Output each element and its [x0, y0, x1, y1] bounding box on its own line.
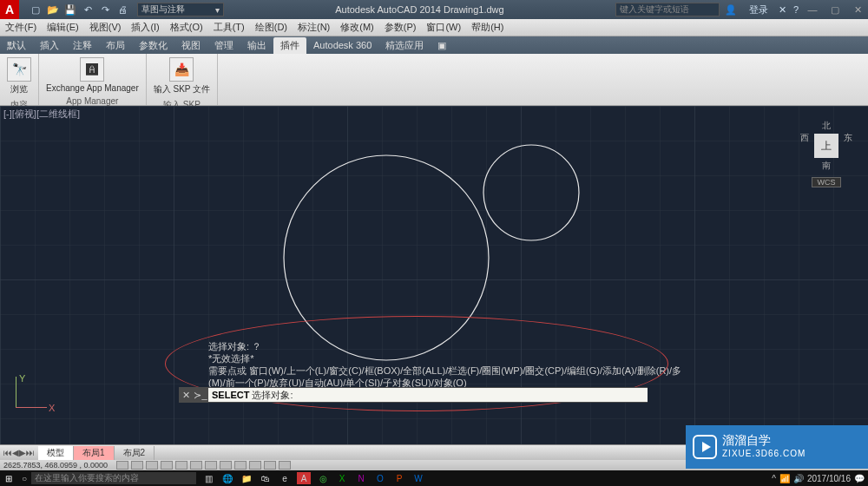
menu-modify[interactable]: 修改(M) — [335, 21, 379, 34]
login-link[interactable]: 登录 — [749, 3, 768, 16]
tab-view[interactable]: 视图 — [174, 37, 207, 54]
app-icon[interactable]: A — [0, 0, 19, 19]
tab-featured[interactable]: 精选应用 — [378, 37, 431, 54]
tab-a360[interactable]: Autodesk 360 — [306, 38, 378, 52]
app-icon: 🅰 — [80, 57, 104, 82]
grid-toggle[interactable] — [131, 461, 143, 470]
tab-default[interactable]: 默认 — [0, 37, 33, 54]
cortana-icon[interactable]: ○ — [17, 474, 31, 483]
osnap-toggle[interactable] — [175, 461, 187, 470]
onenote-icon[interactable]: N — [354, 472, 368, 484]
minimize-button[interactable]: — — [802, 2, 823, 17]
tab-model[interactable]: 模型 — [38, 446, 74, 460]
help-search-input[interactable]: 键入关键字或短语 — [615, 3, 720, 16]
tab-layout1[interactable]: 布局1 — [74, 446, 115, 460]
undo-icon[interactable]: ↶ — [80, 3, 95, 16]
save-icon[interactable]: 💾 — [62, 3, 78, 16]
menu-draw[interactable]: 绘图(D) — [250, 21, 293, 34]
menu-tools[interactable]: 工具(T) — [208, 21, 250, 34]
menu-dimension[interactable]: 标注(N) — [293, 21, 335, 34]
play-icon — [693, 435, 717, 459]
notifications-icon[interactable]: 💬 — [854, 474, 865, 483]
taskbar-search[interactable]: 在这里输入你要搜索的内容 — [31, 472, 196, 484]
excel-icon[interactable]: X — [335, 472, 349, 484]
ducs-toggle[interactable] — [205, 461, 217, 470]
tab-insert[interactable]: 插入 — [33, 37, 66, 54]
taskview-icon[interactable]: ▥ — [201, 472, 215, 484]
import-skp-button[interactable]: 📥输入 SKP 文件 — [152, 56, 212, 97]
menu-insert[interactable]: 插入(I) — [126, 21, 164, 34]
taskbar-apps: ▥ 🌐 📁 🛍 e A ◎ X N O P W — [201, 472, 425, 484]
tab-manage[interactable]: 管理 — [207, 37, 240, 54]
powerpoint-icon[interactable]: P — [392, 472, 406, 484]
exchange-icon[interactable]: ✕ — [779, 4, 786, 16]
tab-parametric[interactable]: 参数化 — [132, 37, 174, 54]
wechat-icon[interactable]: ◎ — [316, 472, 330, 484]
view-cube[interactable]: 北 西上东 南 WCS — [800, 120, 852, 187]
cmdline-input[interactable]: SELECT 选择对象: — [208, 388, 648, 402]
tab-first-icon[interactable]: ⏮ — [3, 448, 12, 457]
status-toggles — [116, 461, 291, 470]
tab-output[interactable]: 输出 — [240, 37, 273, 54]
command-history: 选择对象: ？ *无效选择* 需要点或 窗口(W)/上一个(L)/窗交(C)/框… — [208, 340, 681, 389]
tab-expand-icon[interactable]: ▣ — [431, 38, 453, 53]
viewport-label[interactable]: [-][俯视][二维线框] — [3, 108, 80, 121]
store-icon[interactable]: 🛍 — [259, 472, 273, 484]
tab-prev-icon[interactable]: ◀ — [12, 448, 19, 457]
snap-toggle[interactable] — [116, 461, 128, 470]
tab-plugins[interactable]: 插件 — [273, 37, 306, 54]
polar-toggle[interactable] — [161, 461, 173, 470]
exchange-appmanager-button[interactable]: 🅰Exchange App Manager — [44, 56, 141, 95]
menu-edit[interactable]: 编辑(E) — [42, 21, 84, 34]
network-icon[interactable]: 📶 — [779, 474, 790, 483]
clock[interactable]: 2017/10/16 — [807, 474, 851, 483]
tab-last-icon[interactable]: ⏭ — [26, 448, 35, 457]
menu-view[interactable]: 视图(V) — [84, 21, 127, 34]
wcs-label[interactable]: WCS — [812, 177, 841, 187]
browse-button[interactable]: 🔭浏览 — [5, 56, 33, 97]
menu-params[interactable]: 参数(P) — [379, 21, 422, 34]
folder-icon[interactable]: 📁 — [240, 472, 253, 484]
help-icon[interactable]: ? — [793, 4, 799, 15]
otrack-toggle[interactable] — [190, 461, 202, 470]
new-icon[interactable]: ▢ — [28, 3, 43, 16]
menu-help[interactable]: 帮助(H) — [466, 21, 509, 34]
redo-icon[interactable]: ↷ — [97, 3, 113, 16]
ortho-toggle[interactable] — [146, 461, 158, 470]
menu-file[interactable]: 文件(F) — [0, 21, 42, 34]
skp-icon: 📥 — [169, 57, 194, 82]
quick-access-toolbar: ▢ 📂 💾 ↶ ↷ 🖨 — [24, 3, 134, 16]
lwt-toggle[interactable] — [234, 461, 247, 470]
command-line[interactable]: ✕ ≻_ SELECT 选择对象: — [179, 387, 648, 403]
tab-annotate[interactable]: 注释 — [66, 37, 99, 54]
menu-format[interactable]: 格式(O) — [165, 21, 208, 34]
tab-next-icon[interactable]: ▶ — [19, 448, 26, 457]
coordinates: 2625.7853, 468.0959 , 0.0000 — [3, 461, 108, 470]
maximize-button[interactable]: ▢ — [825, 2, 845, 17]
outlook-icon[interactable]: O — [373, 472, 387, 484]
close-button[interactable]: ✕ — [847, 2, 868, 17]
drawing-area[interactable]: [-][俯视][二维线框] 北 西上东 南 WCS YX 选择对象: ？ *无效… — [0, 106, 868, 444]
open-icon[interactable]: 📂 — [45, 3, 61, 16]
sc-toggle[interactable] — [264, 461, 276, 470]
qp-toggle[interactable] — [249, 461, 261, 470]
tab-layout2[interactable]: 布局2 — [115, 446, 155, 460]
cmdline-close-icon[interactable]: ✕ — [179, 390, 193, 401]
dyn-toggle[interactable] — [220, 461, 232, 470]
print-icon[interactable]: 🖨 — [115, 3, 130, 16]
tab-layout[interactable]: 布局 — [99, 37, 132, 54]
word-icon[interactable]: W — [411, 472, 425, 484]
volume-icon[interactable]: 🔊 — [793, 474, 804, 483]
start-button[interactable]: ⊞ — [0, 474, 17, 483]
workspace-dropdown[interactable]: 草图与注释▾ — [137, 3, 224, 16]
edge-icon[interactable]: e — [278, 472, 292, 484]
tray-up-icon[interactable]: ^ — [772, 474, 776, 483]
user-icon[interactable]: 👤 — [725, 4, 737, 16]
menu-window[interactable]: 窗口(W) — [421, 21, 466, 34]
autocad-task-icon[interactable]: A — [297, 472, 311, 484]
windows-taskbar: ⊞ ○ 在这里输入你要搜索的内容 ▥ 🌐 📁 🛍 e A ◎ X N O P W… — [0, 470, 868, 486]
anno-toggle[interactable] — [279, 461, 291, 470]
browser-icon[interactable]: 🌐 — [220, 472, 234, 484]
window-title: Autodesk AutoCAD 2014 Drawing1.dwg — [224, 4, 615, 15]
cmdline-arrow-icon[interactable]: ≻_ — [193, 390, 208, 401]
